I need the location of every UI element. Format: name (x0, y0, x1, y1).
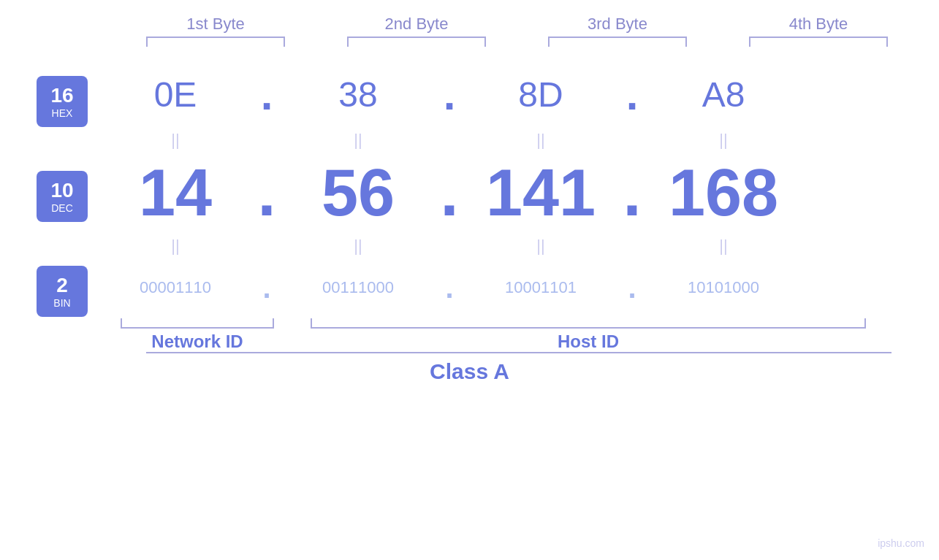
dec-dot-1: . (248, 156, 285, 231)
eq-1-2: || (285, 131, 431, 150)
equals-row-1: || || || || (102, 127, 939, 153)
hex-dot-1: . (248, 69, 285, 120)
bin-row: 00001110 . 00111000 . 10001101 . 1010100… (102, 258, 939, 317)
bin-name: BIN (53, 297, 70, 309)
bottom-labels-row: Network ID Host ID (121, 331, 924, 352)
dec-name: DEC (51, 202, 73, 214)
byte-headers: 1st Byte 2nd Byte 3rd Byte 4th Byte (115, 15, 919, 34)
dec-badge: 10 DEC (37, 171, 88, 222)
dec-row: 14 . 56 . 141 . 168 (102, 153, 939, 233)
eq-2-1: || (102, 237, 248, 256)
eq-2-4: || (650, 237, 797, 256)
hex-val-1: 0E (102, 74, 248, 115)
dec-num: 10 (50, 179, 73, 202)
dec-val-3: 141 (468, 156, 614, 231)
hex-name: HEX (52, 107, 73, 119)
bottom-bracket-row (121, 318, 924, 329)
class-label: Class A (0, 359, 939, 384)
bracket-byte2 (347, 37, 486, 47)
bin-dot-3: . (614, 272, 650, 304)
eq-2-2: || (285, 237, 431, 256)
hex-num: 16 (50, 84, 73, 107)
bracket-byte1 (146, 37, 285, 47)
eq-1-1: || (102, 131, 248, 150)
bin-num: 2 (56, 274, 68, 297)
dec-val-4: 168 (650, 156, 797, 231)
bin-val-2: 00111000 (285, 278, 431, 297)
eq-1-4: || (650, 131, 797, 150)
hex-row: 0E . 38 . 8D . A8 (102, 61, 939, 127)
hex-dot-2: . (431, 69, 468, 120)
bin-badge: 2 BIN (37, 266, 88, 317)
bin-val-4: 10101000 (650, 278, 797, 297)
network-bracket (121, 318, 274, 329)
bin-val-3: 10001101 (468, 278, 614, 297)
byte1-header: 1st Byte (142, 15, 289, 34)
watermark: ipshu.com (878, 537, 924, 549)
byte3-header: 3rd Byte (544, 15, 691, 34)
bracket-byte3 (548, 37, 687, 47)
dec-val-1: 14 (102, 156, 248, 231)
hex-val-3: 8D (468, 74, 614, 115)
host-bracket (311, 318, 866, 329)
eq-2-3: || (468, 237, 614, 256)
hex-val-2: 38 (285, 74, 431, 115)
dec-dot-2: . (431, 156, 468, 231)
bin-dot-2: . (431, 272, 468, 304)
bin-dot-1: . (248, 272, 285, 304)
dec-val-2: 56 (285, 156, 431, 231)
byte4-header: 4th Byte (745, 15, 892, 34)
host-id-label: Host ID (311, 331, 866, 352)
content-area: 16 HEX 10 DEC 2 BIN 0E . 38 . 8D . A8 (0, 54, 939, 317)
eq-1-3: || (468, 131, 614, 150)
network-id-label: Network ID (121, 331, 274, 352)
hex-badge: 16 HEX (37, 76, 88, 127)
class-line (146, 352, 892, 353)
bin-val-1: 00001110 (102, 278, 248, 297)
hex-dot-3: . (614, 69, 650, 120)
bracket-byte4 (749, 37, 888, 47)
dec-dot-3: . (614, 156, 650, 231)
top-brackets (115, 37, 919, 47)
byte2-header: 2nd Byte (343, 15, 490, 34)
hex-val-4: A8 (650, 74, 797, 115)
base-labels: 16 HEX 10 DEC 2 BIN (0, 76, 102, 317)
main-container: 1st Byte 2nd Byte 3rd Byte 4th Byte 16 H… (0, 0, 939, 560)
equals-row-2: || || || || (102, 233, 939, 258)
values-grid: 0E . 38 . 8D . A8 || || || || 14 (102, 54, 939, 317)
